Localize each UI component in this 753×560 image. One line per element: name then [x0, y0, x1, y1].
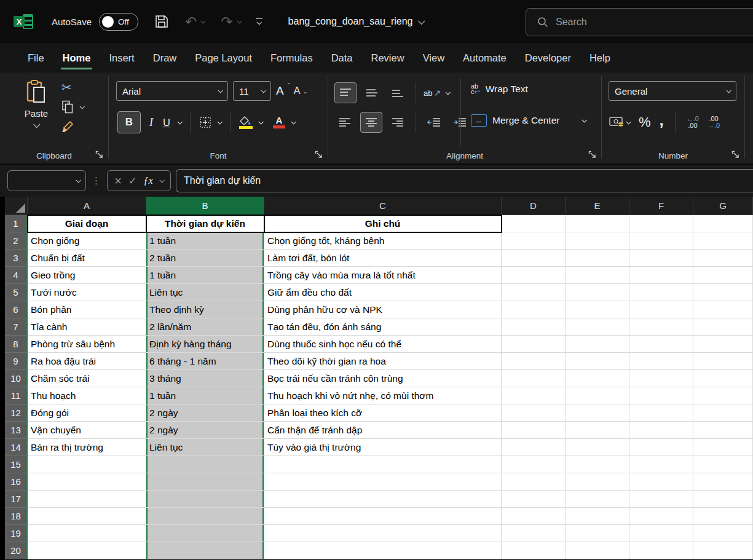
- cell-D18[interactable]: [502, 508, 566, 525]
- borders-dropdown[interactable]: [217, 119, 222, 124]
- cell-B5[interactable]: Liên tục: [146, 284, 264, 301]
- cell-A8[interactable]: Phòng trừ sâu bệnh: [28, 336, 146, 353]
- cell-G7[interactable]: [693, 318, 753, 336]
- menu-tab-review[interactable]: Review: [362, 43, 414, 73]
- cell-E9[interactable]: [566, 353, 629, 370]
- cell-E7[interactable]: [566, 318, 629, 336]
- row-header-1[interactable]: 1: [5, 215, 28, 232]
- cell-F10[interactable]: [629, 370, 693, 387]
- cell-G17[interactable]: [693, 491, 753, 508]
- cell-B7[interactable]: 2 lần/năm: [146, 318, 264, 336]
- cell-C9[interactable]: Theo dõi kỹ thời gian ra hoa: [264, 353, 502, 370]
- name-box[interactable]: [7, 170, 86, 191]
- cell-D16[interactable]: [502, 473, 566, 491]
- formula-input[interactable]: Thời gian dự kiến: [176, 169, 753, 192]
- cell-B2[interactable]: 1 tuần: [146, 232, 264, 250]
- comma-style-button[interactable]: ,: [660, 117, 664, 123]
- cell-B17[interactable]: [146, 491, 264, 508]
- cell-F7[interactable]: [629, 318, 693, 336]
- cell-F18[interactable]: [629, 508, 693, 525]
- cell-B18[interactable]: [146, 508, 264, 525]
- row-header-15[interactable]: 15: [5, 456, 28, 473]
- cell-B13[interactable]: 2 ngày: [146, 422, 264, 439]
- row-header-6[interactable]: 6: [5, 301, 28, 318]
- cell-A13[interactable]: Vận chuyển: [28, 422, 146, 439]
- cell-C11[interactable]: Thu hoạch khi vỏ nứt nhẹ, có mùi thơm: [264, 387, 502, 404]
- alignment-dialog-launcher[interactable]: [588, 151, 597, 159]
- menu-tab-developer[interactable]: Developer: [516, 43, 580, 73]
- cell-F2[interactable]: [629, 232, 693, 250]
- cell-D12[interactable]: [502, 404, 566, 422]
- cell-G9[interactable]: [693, 353, 753, 370]
- cell-F19[interactable]: [629, 525, 693, 542]
- cell-F15[interactable]: [629, 456, 693, 473]
- cell-D11[interactable]: [502, 387, 566, 404]
- cell-C2[interactable]: Chọn giống tốt, kháng bệnh: [264, 232, 502, 250]
- cell-C12[interactable]: Phân loại theo kích cỡ: [264, 404, 502, 422]
- menu-tab-view[interactable]: View: [414, 43, 454, 73]
- cell-F6[interactable]: [629, 301, 693, 318]
- autosave-toggle[interactable]: Off: [99, 13, 138, 31]
- menu-tab-home[interactable]: Home: [53, 43, 100, 73]
- cell-C14[interactable]: Tùy vào giá thị trường: [264, 439, 502, 456]
- increase-indent-button[interactable]: [449, 112, 470, 132]
- cell-G20[interactable]: [693, 542, 753, 559]
- cell-D7[interactable]: [502, 318, 566, 336]
- cell-D20[interactable]: [502, 542, 566, 559]
- bold-button[interactable]: B: [117, 111, 141, 133]
- cell-G15[interactable]: [693, 456, 753, 473]
- row-header-10[interactable]: 10: [5, 370, 28, 387]
- orientation-dropdown[interactable]: [446, 90, 451, 95]
- bottom-align-button[interactable]: [387, 83, 408, 103]
- cell-G6[interactable]: [693, 301, 753, 318]
- cell-B11[interactable]: 1 tuần: [146, 387, 264, 404]
- column-header-A[interactable]: A: [28, 197, 146, 215]
- cell-A3[interactable]: Chuẩn bị đất: [28, 250, 146, 267]
- row-header-14[interactable]: 14: [5, 439, 28, 456]
- cell-E15[interactable]: [566, 456, 629, 473]
- center-button[interactable]: [360, 112, 382, 133]
- cell-D19[interactable]: [502, 525, 566, 542]
- merge-center-button[interactable]: ↔ Merge & Center: [471, 114, 586, 127]
- cell-E4[interactable]: [566, 267, 629, 284]
- cell-D17[interactable]: [502, 491, 566, 508]
- cell-F13[interactable]: [629, 422, 693, 439]
- cell-A14[interactable]: Bán ra thị trường: [28, 439, 146, 456]
- save-icon[interactable]: [154, 14, 169, 29]
- italic-button[interactable]: I: [147, 116, 156, 129]
- cell-D13[interactable]: [502, 422, 566, 439]
- cell-G14[interactable]: [693, 439, 753, 456]
- row-header-19[interactable]: 19: [5, 525, 28, 542]
- row-header-5[interactable]: 5: [5, 284, 28, 301]
- cell-C7[interactable]: Tạo tán đều, đón ánh sáng: [264, 318, 502, 336]
- cell-A6[interactable]: Bón phân: [28, 301, 146, 318]
- fill-color-dropdown[interactable]: [258, 119, 263, 124]
- orientation-button[interactable]: ab↗: [424, 88, 441, 98]
- cell-A19[interactable]: [28, 525, 146, 542]
- menu-tab-help[interactable]: Help: [580, 43, 620, 73]
- row-header-18[interactable]: 18: [5, 508, 28, 525]
- cut-icon[interactable]: ✂: [61, 80, 72, 95]
- cell-E1[interactable]: [566, 215, 629, 232]
- cell-E11[interactable]: [566, 387, 629, 404]
- cell-G12[interactable]: [693, 404, 753, 422]
- cell-E18[interactable]: [566, 508, 629, 525]
- cell-A2[interactable]: Chọn giống: [28, 232, 146, 250]
- column-header-F[interactable]: F: [629, 197, 693, 215]
- cell-A7[interactable]: Tỉa cành: [28, 318, 146, 336]
- cell-B1[interactable]: Thời gian dự kiến: [146, 215, 264, 232]
- format-painter-icon[interactable]: [61, 119, 75, 133]
- cell-F16[interactable]: [629, 473, 693, 491]
- borders-icon[interactable]: [199, 116, 211, 128]
- font-size-combo[interactable]: 11: [233, 81, 271, 101]
- cell-C16[interactable]: [264, 473, 502, 491]
- number-format-combo[interactable]: General: [609, 81, 736, 101]
- cell-B15[interactable]: [146, 456, 264, 473]
- insert-function-icon[interactable]: ƒx: [144, 175, 153, 186]
- cell-B6[interactable]: Theo định kỳ: [146, 301, 264, 318]
- cell-G18[interactable]: [693, 508, 753, 525]
- cell-E10[interactable]: [566, 370, 629, 387]
- cell-D1[interactable]: [502, 215, 566, 232]
- clipboard-dialog-launcher[interactable]: [95, 151, 104, 159]
- cell-F11[interactable]: [629, 387, 693, 404]
